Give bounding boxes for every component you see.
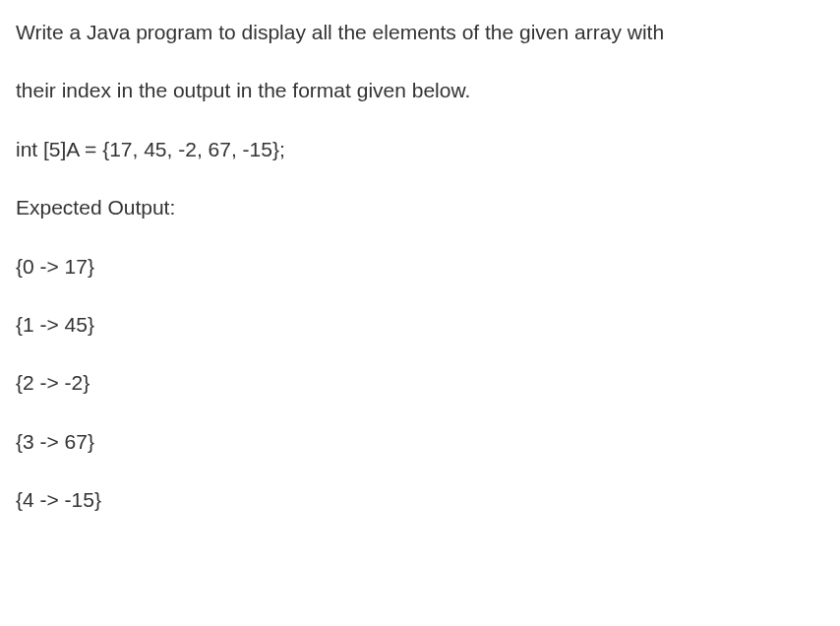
expected-output-label: Expected Output: [16, 193, 824, 221]
output-line: {0 -> 17} [16, 252, 824, 281]
question-line-1: Write a Java program to display all the … [16, 18, 824, 46]
output-line: {1 -> 45} [16, 310, 824, 339]
array-declaration: int [5]A = {17, 45, -2, 67, -15}; [16, 135, 824, 163]
output-line: {4 -> -15} [16, 485, 824, 514]
output-line: {3 -> 67} [16, 427, 824, 456]
question-line-2: their index in the output in the format … [16, 76, 824, 104]
output-line: {2 -> -2} [16, 368, 824, 397]
